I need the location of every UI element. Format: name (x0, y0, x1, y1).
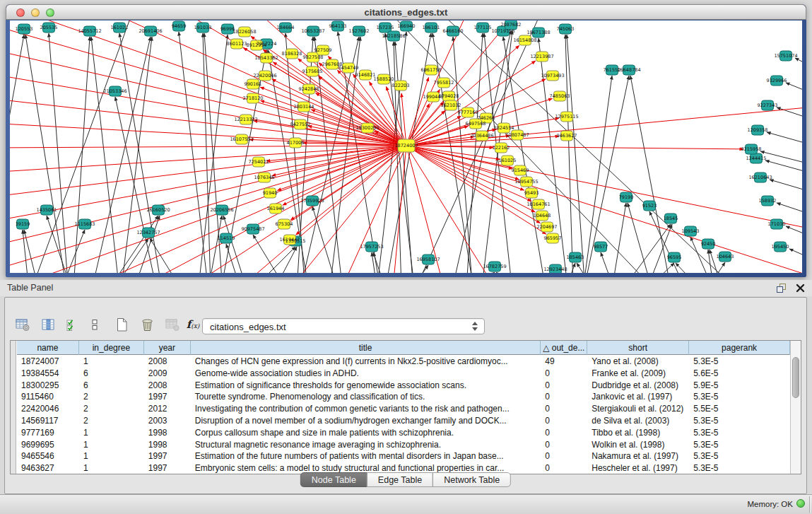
column-header[interactable]: title (191, 341, 541, 355)
tab-node-table[interactable]: Node Table (300, 472, 367, 487)
table-row[interactable]: 977716911998Corpus callosum shape and si… (17, 427, 790, 439)
table-row[interactable]: 1830029562008Estimation of significance … (17, 380, 790, 392)
function-builder-icon[interactable]: f(x) (184, 316, 202, 333)
table-cell: 2 (79, 415, 144, 427)
column-header[interactable]: year (144, 341, 191, 355)
graph-node-label: 8215958 (741, 146, 762, 152)
table-body: 1872400712008Changes of HCN gene express… (17, 356, 790, 474)
graph-edge (10, 146, 406, 197)
graph-edge (406, 146, 505, 273)
graph-node-label: 18545 (664, 216, 678, 221)
table-cell: 0 (541, 415, 587, 427)
table-settings-icon[interactable] (13, 316, 32, 333)
graph-node-label: 22420046 (253, 73, 276, 78)
graph-node-label: 39159 (16, 221, 30, 227)
graph-node-label: 91940 (263, 190, 278, 196)
table-row[interactable]: 1872400712008Changes of HCN gene express… (17, 356, 790, 368)
table-cell: Franke et al. (2009) (587, 368, 689, 380)
table-row[interactable]: 2242004622012Investigating the contribut… (17, 403, 790, 415)
merge-rows-icon[interactable] (86, 316, 104, 333)
delete-rows-icon[interactable] (138, 316, 156, 333)
show-columns-icon[interactable] (39, 316, 57, 333)
table-cell: 49 (541, 356, 587, 368)
table-cell: Yano et al. (2008) (587, 356, 689, 368)
graph-edge (49, 33, 70, 273)
graph-node-label: 10807487 (505, 132, 529, 138)
node-table: namein_degreeyeartitle△ out_de...shortpa… (10, 340, 801, 474)
select-columns-icon[interactable] (63, 316, 81, 333)
tab-network-table[interactable]: Network Table (433, 472, 511, 487)
column-header[interactable]: in_degree (79, 341, 144, 355)
citation-network-graph[interactable]: 1872400712055320553514055712161021206914… (10, 21, 802, 273)
screen: citations_edges.txt 18724007120553205535… (0, 0, 812, 514)
graph-node-label: 675304 (276, 221, 293, 227)
table-cell: Wolkin et al. (1998) (587, 439, 689, 451)
table-cell: Dudbridge et al. (2008) (587, 380, 689, 392)
graph-node-label: 8186328 (282, 51, 302, 57)
graph-node-label: 171030 (768, 221, 786, 227)
graph-node-label: 12975115 (555, 114, 578, 119)
table-cell: 1 (79, 439, 144, 451)
network-window-frame: 1872400712055320553514055712161021206914… (6, 20, 806, 277)
table-panel-title: Table Panel (7, 283, 53, 293)
graph-node-label: 6794028 (439, 93, 459, 99)
new-table-icon[interactable] (112, 316, 131, 333)
column-header[interactable]: name (17, 341, 79, 355)
table-row[interactable]: 969969511998Structural magnetic resonanc… (17, 439, 790, 451)
graph-edge (465, 33, 483, 273)
float-window-icon[interactable] (775, 282, 787, 294)
column-header[interactable]: short (587, 341, 689, 355)
table-row[interactable]: 1938455462009Genome-wide association stu… (17, 368, 790, 380)
column-header[interactable]: pagerank (689, 341, 790, 355)
table-cell: Structural magnetic resonance image aver… (191, 439, 541, 451)
tab-edge-table[interactable]: Edge Table (367, 472, 433, 487)
graph-edge (777, 203, 802, 221)
table-cell: 1 (79, 427, 144, 439)
close-icon[interactable] (794, 282, 806, 294)
graph-node-label: 964133 (329, 23, 347, 29)
graph-node-label: 6961758 (421, 67, 442, 73)
graph-node-label: 18226058 (233, 29, 256, 35)
graph-node-label: 16958107 (416, 257, 440, 262)
graph-node-label: 10543362 (254, 55, 278, 61)
graph-edge (770, 180, 802, 197)
graph-node-label: 19218586 (382, 33, 405, 39)
graph-node-label: 18724007 (394, 143, 418, 148)
scrollbar-thumb[interactable] (792, 357, 799, 398)
table-row[interactable]: 946554611997Estimation of the future num… (17, 450, 790, 462)
graph-node-label: 9227343 (758, 103, 778, 108)
column-header[interactable]: △ out_de... (541, 341, 587, 355)
table-cell: de Silva et al. (2003) (587, 415, 689, 427)
graph-node-label: 16154808 (513, 37, 536, 43)
graph-node-label: 92450 (701, 241, 716, 247)
table-cell: 5.3E-5 (689, 439, 790, 451)
dropdown-arrows-icon (472, 322, 478, 331)
table-cell: 2009 (144, 368, 191, 380)
graph-node-label: 10653287 (301, 28, 324, 34)
graph-node-label: 6497568 (466, 121, 486, 127)
graph-node-label: 1435061 (37, 207, 57, 213)
table-toolbar: f(x) citations_edges.txt (5, 298, 806, 339)
table-cell: Investigating the contribution of common… (191, 403, 541, 415)
network-window-titlebar[interactable]: citations_edges.txt (6, 4, 806, 20)
vertical-scrollbar[interactable] (790, 341, 801, 474)
graph-node-label: 417006 (287, 140, 305, 146)
graph-node-label: 2803144 (294, 104, 314, 110)
graph-node-label: 10973493 (541, 73, 564, 78)
table-selector-dropdown[interactable]: citations_edges.txt (202, 318, 485, 334)
graph-node-label: 8427552 (290, 122, 311, 127)
graph-node-label: 927509 (314, 47, 332, 53)
graph-node-label: 9329966 (767, 78, 787, 83)
table-row[interactable]: 1456911722003Disruption of a novel membe… (17, 415, 790, 427)
table-cell: 5.6E-5 (689, 368, 790, 380)
graph-edge (496, 272, 541, 273)
network-canvas[interactable]: 1872400712055320553514055712161021206914… (10, 21, 802, 273)
table-cell: Changes of HCN gene expression and I(f) … (191, 356, 541, 368)
graph-node-label: 746266 (478, 115, 495, 121)
graph-edge (115, 97, 161, 273)
table-selector-value: citations_edges.txt (210, 322, 286, 332)
graph-node-label: 1244415 (746, 156, 767, 161)
table-row[interactable]: 911546021997Tourette syndrome. Phenomeno… (17, 391, 790, 403)
table-cell: Nakamura et al. (1997) (587, 450, 689, 462)
graph-node-label: 17957253 (360, 244, 383, 250)
